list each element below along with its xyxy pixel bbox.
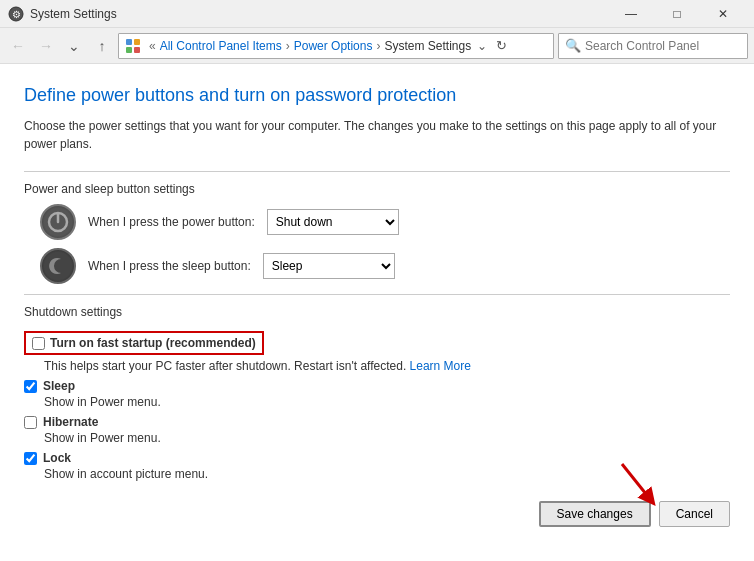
page-description: Choose the power settings that you want … — [24, 117, 730, 153]
window-icon: ⚙ — [8, 6, 24, 22]
sleep-checkbox-item[interactable]: Sleep — [24, 379, 730, 393]
svg-rect-3 — [134, 39, 140, 45]
svg-line-9 — [622, 464, 650, 499]
section-divider-2 — [24, 294, 730, 295]
hibernate-sublabel: Show in Power menu. — [44, 431, 730, 445]
shutdown-section: Shutdown settings Turn on fast startup (… — [24, 294, 730, 481]
window-controls: — □ ✕ — [608, 0, 746, 28]
up-button[interactable]: ↑ — [90, 34, 114, 58]
sleep-sublabel: Show in Power menu. — [44, 395, 730, 409]
fast-startup-checkbox-item[interactable]: Turn on fast startup (recommended) — [32, 336, 256, 350]
navigation-bar: ← → ⌄ ↑ « All Control Panel Items › Powe… — [0, 28, 754, 64]
svg-rect-4 — [126, 47, 132, 53]
hibernate-checkbox-item[interactable]: Hibernate — [24, 415, 730, 429]
breadcrumb-bar: « All Control Panel Items › Power Option… — [118, 33, 554, 59]
sleep-button-label: When I press the sleep button: — [88, 259, 251, 273]
search-bar: 🔍 — [558, 33, 748, 59]
lock-label: Lock — [43, 451, 71, 465]
breadcrumb-power-options[interactable]: Power Options — [294, 39, 373, 53]
sleep-label: Sleep — [43, 379, 75, 393]
svg-rect-2 — [126, 39, 132, 45]
page-title: Define power buttons and turn on passwor… — [24, 84, 730, 107]
footer-buttons: Save changes Cancel — [24, 501, 730, 533]
svg-rect-5 — [134, 47, 140, 53]
hibernate-checkbox[interactable] — [24, 416, 37, 429]
minimize-button[interactable]: — — [608, 0, 654, 28]
learn-more-link[interactable]: Learn More — [410, 359, 471, 373]
power-button-label: When I press the power button: — [88, 215, 255, 229]
search-icon: 🔍 — [565, 38, 581, 53]
sleep-checkbox[interactable] — [24, 380, 37, 393]
main-content: Define power buttons and turn on passwor… — [0, 64, 754, 561]
breadcrumb-arrow-1: › — [286, 39, 290, 53]
breadcrumb-current: System Settings — [384, 39, 471, 53]
search-input[interactable] — [585, 39, 741, 53]
power-button-icon — [40, 204, 76, 240]
breadcrumb-arrow-2: › — [376, 39, 380, 53]
svg-text:⚙: ⚙ — [12, 9, 21, 20]
power-button-row: When I press the power button: Shut down… — [40, 204, 730, 240]
title-bar: ⚙ System Settings — □ ✕ — [0, 0, 754, 28]
sleep-button-icon — [40, 248, 76, 284]
breadcrumb-chevron-1: « — [149, 39, 156, 53]
control-panel-icon — [125, 38, 141, 54]
fast-startup-description: This helps start your PC faster after sh… — [44, 359, 730, 373]
fast-startup-box: Turn on fast startup (recommended) — [24, 331, 264, 355]
cancel-button[interactable]: Cancel — [659, 501, 730, 527]
breadcrumb-dropdown-icon[interactable]: ⌄ — [477, 39, 487, 53]
breadcrumb-control-panel[interactable]: All Control Panel Items — [160, 39, 282, 53]
maximize-button[interactable]: □ — [654, 0, 700, 28]
refresh-button[interactable]: ↻ — [491, 36, 511, 56]
shutdown-section-title: Shutdown settings — [24, 305, 730, 319]
lock-checkbox[interactable] — [24, 452, 37, 465]
window-title: System Settings — [30, 7, 608, 21]
back-button[interactable]: ← — [6, 34, 30, 58]
dropdown-history-button[interactable]: ⌄ — [62, 34, 86, 58]
power-sleep-section-title: Power and sleep button settings — [24, 182, 730, 196]
fast-startup-checkbox[interactable] — [32, 337, 45, 350]
fast-startup-container: Turn on fast startup (recommended) This … — [24, 325, 730, 373]
red-arrow-indicator — [612, 459, 662, 509]
forward-button[interactable]: → — [34, 34, 58, 58]
sleep-button-select[interactable]: Sleep Shut down Hibernate Turn off the d… — [263, 253, 395, 279]
sleep-button-row: When I press the sleep button: Sleep Shu… — [40, 248, 730, 284]
close-button[interactable]: ✕ — [700, 0, 746, 28]
power-button-select[interactable]: Shut down Sleep Hibernate Turn off the d… — [267, 209, 399, 235]
section-divider-1 — [24, 171, 730, 172]
hibernate-label: Hibernate — [43, 415, 98, 429]
fast-startup-label: Turn on fast startup (recommended) — [50, 336, 256, 350]
